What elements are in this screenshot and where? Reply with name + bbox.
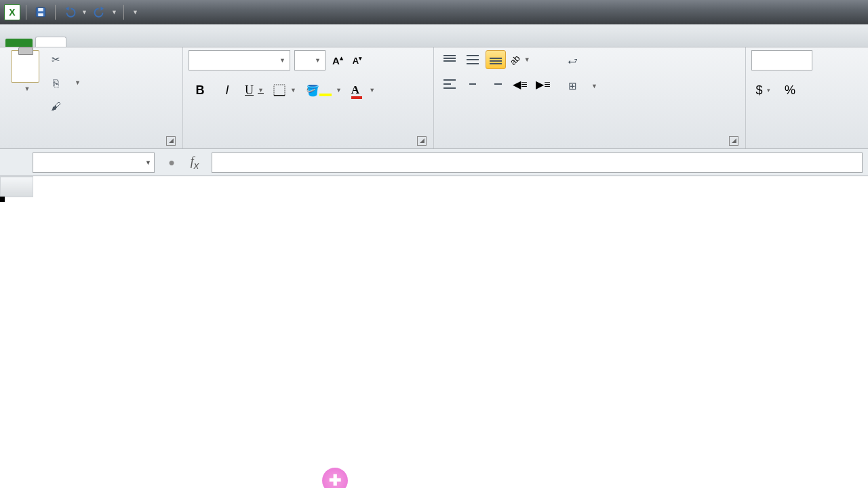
font-name-combo[interactable]: ▼ <box>189 50 290 70</box>
fill-handle[interactable] <box>0 197 5 202</box>
copy-icon: ⎘ <box>49 77 62 89</box>
align-center-button[interactable] <box>462 75 483 94</box>
group-number: $▾ % <box>746 47 841 148</box>
svg-rect-3 <box>274 85 285 96</box>
tab-page-layout[interactable] <box>96 37 126 47</box>
alignment-dialog-launcher[interactable]: ◢ <box>729 136 738 146</box>
group-alignment-title: ◢ <box>439 132 740 147</box>
font-dialog-launcher[interactable]: ◢ <box>417 136 427 146</box>
font-color-swatch <box>351 96 362 99</box>
shrink-font-button[interactable]: A▾ <box>350 55 365 66</box>
wrap-text-icon: ⮐ <box>566 54 579 66</box>
svg-rect-2 <box>38 14 43 17</box>
formula-input[interactable] <box>212 152 863 173</box>
paste-button[interactable]: ▼ <box>5 50 45 92</box>
merge-icon: ⊞ <box>566 80 579 92</box>
tab-insert[interactable] <box>66 37 96 47</box>
save-icon <box>35 6 47 18</box>
font-color-button[interactable]: A ▼ <box>349 80 378 100</box>
cut-button[interactable]: ✂ <box>49 50 81 69</box>
font-color-icon: A <box>351 83 359 97</box>
border-icon <box>273 83 286 97</box>
paste-dropdown[interactable]: ▼ <box>24 85 31 92</box>
redo-dropdown[interactable]: ▼ <box>111 9 118 16</box>
format-painter-button[interactable]: 🖌 <box>49 96 81 115</box>
chevron-down-icon: ▼ <box>369 87 375 94</box>
fill-color-button[interactable]: 🪣 ▼ <box>303 80 344 100</box>
fx-icon: fx <box>191 155 199 171</box>
insert-function-button[interactable]: fx <box>186 154 203 171</box>
save-button[interactable] <box>32 3 50 21</box>
group-font: ▼ ▼ A▴ A▾ B I U▼ ▼ 🪣 <box>183 47 434 148</box>
increase-indent-button[interactable]: ▶≡ <box>533 75 553 94</box>
clipboard-dialog-launcher[interactable]: ◢ <box>166 136 176 146</box>
ribbon: ▼ ✂ ⎘ ▼ 🖌 ◢ <box>0 47 868 149</box>
tab-data[interactable] <box>156 37 186 47</box>
align-bottom-button[interactable] <box>486 50 506 69</box>
grow-font-button[interactable]: A▴ <box>330 54 346 66</box>
orientation-button[interactable]: ab▼ <box>510 50 530 69</box>
chevron-down-icon: ▼ <box>279 57 285 64</box>
select-all-corner[interactable] <box>1 177 33 197</box>
tab-review[interactable] <box>186 37 216 47</box>
decrease-indent-button[interactable]: ◀≡ <box>510 75 530 94</box>
indent-icon: ▶≡ <box>536 78 550 91</box>
cursor-indicator: ✚ <box>322 468 348 488</box>
align-middle-button[interactable] <box>462 50 483 69</box>
tab-home[interactable] <box>35 37 66 47</box>
undo-dropdown[interactable]: ▼ <box>81 9 88 16</box>
cancel-formula-button[interactable]: ● <box>163 154 180 171</box>
qat-separator <box>123 5 124 20</box>
qat-customize-dropdown[interactable]: ▼ <box>132 9 139 16</box>
percent-format-button[interactable]: % <box>778 80 802 100</box>
tab-view[interactable] <box>216 37 245 47</box>
group-number-title <box>751 132 835 147</box>
orientation-icon: ab <box>508 53 522 67</box>
svg-rect-1 <box>38 8 43 12</box>
circle-icon: ● <box>168 157 175 169</box>
worksheet-grid[interactable]: ✚ <box>0 176 868 197</box>
chevron-down-icon: ▼ <box>336 87 342 94</box>
copy-button[interactable]: ⎘ ▼ <box>49 73 81 92</box>
group-clipboard: ▼ ✂ ⎘ ▼ 🖌 ◢ <box>0 47 183 148</box>
name-box[interactable]: ▼ <box>33 152 155 173</box>
align-top-button[interactable] <box>439 50 460 69</box>
chevron-down-icon: ▼ <box>315 57 321 64</box>
copy-dropdown[interactable]: ▼ <box>75 79 81 86</box>
chevron-down-icon: ▼ <box>290 87 296 94</box>
bold-button[interactable]: B <box>189 80 212 100</box>
align-left-button[interactable] <box>439 75 460 94</box>
qat-separator <box>26 5 26 20</box>
group-alignment: ab▼ ◀≡ ▶≡ ⮐ ⊞ ▼ ◢ <box>434 47 746 148</box>
tab-formulas[interactable] <box>126 37 156 47</box>
brush-icon: 🖌 <box>49 100 62 112</box>
redo-button[interactable] <box>91 3 108 21</box>
align-right-button[interactable] <box>486 75 506 94</box>
merge-center-button[interactable]: ⊞ ▼ <box>566 76 597 96</box>
borders-button[interactable]: ▼ <box>270 80 299 100</box>
qat-separator <box>55 5 56 20</box>
underline-button[interactable]: U▼ <box>243 80 266 100</box>
title-bar: X ▼ ▼ ▼ <box>0 0 868 24</box>
font-size-combo[interactable]: ▼ <box>294 50 326 70</box>
active-cell-outline <box>0 197 4 201</box>
tab-file[interactable] <box>5 39 33 47</box>
excel-logo-icon: X <box>4 4 20 20</box>
tab-addins[interactable] <box>245 37 275 47</box>
group-font-title: ◢ <box>189 132 428 147</box>
chevron-down-icon: ▾ <box>767 87 770 94</box>
formula-bar: ▼ ● fx <box>0 149 868 176</box>
group-clipboard-title: ◢ <box>5 132 177 147</box>
wrap-text-button[interactable]: ⮐ <box>566 50 597 70</box>
chevron-down-icon: ▼ <box>524 56 530 63</box>
number-format-combo[interactable] <box>751 50 812 70</box>
scissors-icon: ✂ <box>49 54 62 66</box>
redo-icon <box>94 6 106 18</box>
italic-button[interactable]: I <box>216 80 239 100</box>
outdent-icon: ◀≡ <box>513 78 527 91</box>
name-box-dropdown[interactable]: ▼ <box>145 159 151 166</box>
chevron-down-icon: ▼ <box>591 83 597 89</box>
bucket-icon: 🪣 <box>306 84 319 97</box>
undo-button[interactable] <box>61 3 79 21</box>
accounting-format-button[interactable]: $▾ <box>751 80 774 100</box>
